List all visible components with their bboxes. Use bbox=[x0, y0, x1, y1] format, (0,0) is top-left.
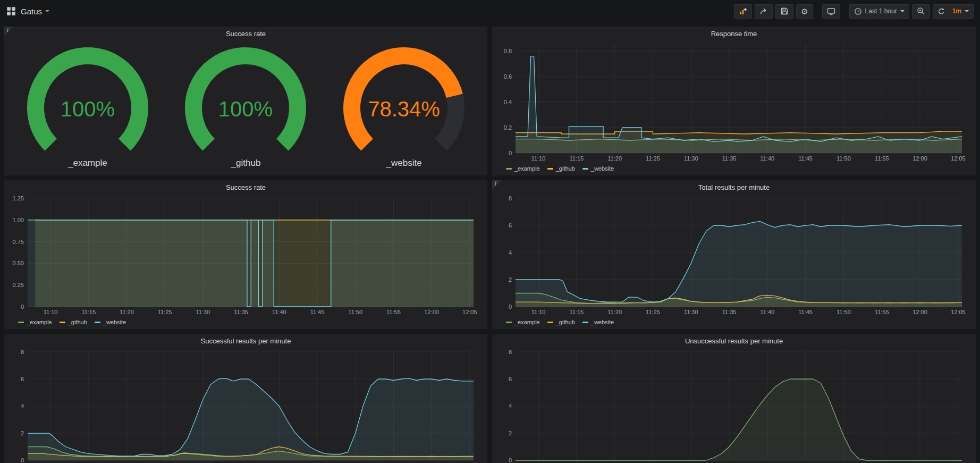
navbar: Gatus ⚙ bbox=[0, 0, 980, 22]
y-axis-label: 0 bbox=[509, 304, 512, 310]
dashboard-title-dropdown[interactable]: Gatus bbox=[21, 7, 49, 16]
panel-title[interactable]: Unsuccessful results per minute bbox=[492, 334, 976, 348]
add-panel-icon bbox=[739, 7, 747, 15]
response-time-chart[interactable]: 11:1011:1511:2011:2511:3011:3511:4011:45… bbox=[496, 40, 971, 164]
x-axis-label: 11:25 bbox=[646, 155, 660, 162]
zoom-out-button[interactable] bbox=[912, 4, 930, 19]
x-axis-label: 11:40 bbox=[272, 309, 286, 315]
gauges-row: 100%_example100%_github78.34%_website bbox=[9, 40, 483, 173]
y-axis-label: 0.50 bbox=[13, 260, 24, 266]
save-button[interactable] bbox=[775, 4, 793, 19]
time-range-label: Last 1 hour bbox=[865, 7, 897, 15]
legend-item-_website[interactable]: _website bbox=[95, 319, 126, 325]
x-axis-label: 11:55 bbox=[875, 309, 889, 315]
gauge-value: 100% bbox=[218, 97, 273, 121]
chart-legend: _example_github_website bbox=[496, 317, 971, 327]
panel-title[interactable]: Success rate bbox=[4, 180, 487, 194]
legend-item-_github[interactable]: _github bbox=[547, 165, 575, 172]
gauge-_example: 100%_example bbox=[11, 45, 165, 169]
legend-label: _example bbox=[27, 319, 52, 325]
navbar-left: Gatus bbox=[6, 6, 49, 16]
legend-item-_example[interactable]: _example bbox=[506, 319, 540, 325]
refresh-button[interactable]: 1m bbox=[933, 4, 974, 19]
x-axis-label: 11:15 bbox=[570, 155, 584, 162]
x-axis-label: 11:20 bbox=[607, 155, 622, 162]
x-axis-label: 12:00 bbox=[913, 155, 927, 162]
clock-icon bbox=[854, 7, 862, 15]
legend-item-_example[interactable]: _example bbox=[506, 165, 540, 172]
y-axis-label: 1.25 bbox=[13, 195, 24, 201]
chevron-down-icon bbox=[900, 10, 905, 12]
legend-swatch bbox=[547, 322, 553, 323]
x-axis-label: 11:55 bbox=[386, 309, 401, 315]
legend-item-_website[interactable]: _website bbox=[582, 319, 614, 325]
dashboard-grid: i Success rate 100%_example100%_github78… bbox=[0, 22, 980, 463]
total-results-chart[interactable]: 11:1011:1511:2011:2511:3011:3511:4011:45… bbox=[496, 194, 971, 317]
dashboards-grid-icon[interactable] bbox=[6, 6, 16, 16]
successful-results-chart[interactable]: 11:1011:1511:2011:2511:3011:3511:4011:45… bbox=[9, 348, 483, 463]
legend-label: _example bbox=[514, 165, 540, 172]
panel-title[interactable]: Success rate bbox=[4, 27, 487, 40]
y-axis-label: 8 bbox=[509, 349, 512, 355]
panel-success-rate-gauges: i Success rate 100%_example100%_github78… bbox=[4, 27, 487, 175]
panel-unsuccessful-results: Unsuccessful results per minute 11:1011:… bbox=[492, 334, 976, 463]
chart-legend: _example_github_website bbox=[9, 317, 483, 327]
legend-swatch bbox=[582, 168, 588, 170]
legend-label: _github bbox=[68, 319, 87, 325]
panel-info-icon[interactable] bbox=[4, 27, 14, 36]
y-axis-label: 8 bbox=[509, 195, 512, 201]
x-axis-label: 11:30 bbox=[684, 309, 698, 315]
x-axis-label: 11:30 bbox=[196, 309, 210, 315]
panel-title[interactable]: Successful results per minute bbox=[4, 334, 487, 348]
chevron-down-icon bbox=[45, 10, 49, 12]
legend-item-_example[interactable]: _example bbox=[18, 319, 52, 325]
panel-title[interactable]: Total results per minute bbox=[492, 180, 976, 194]
dashboard-title: Gatus bbox=[21, 7, 42, 16]
y-axis-label: 4 bbox=[509, 249, 512, 256]
x-axis-label: 11:10 bbox=[44, 309, 58, 315]
x-axis-label: 11:45 bbox=[310, 309, 325, 315]
x-axis-label: 11:30 bbox=[684, 155, 698, 162]
legend-label: _github bbox=[556, 165, 575, 172]
cycle-view-button[interactable] bbox=[822, 4, 840, 19]
x-axis-label: 11:55 bbox=[875, 155, 889, 162]
legend-label: _github bbox=[556, 319, 575, 325]
panel-body: 11:1011:1511:2011:2511:3011:3511:4011:45… bbox=[4, 348, 487, 463]
panel-title[interactable]: Response time bbox=[492, 27, 976, 40]
chart-canvas: 11:1011:1511:2011:2511:3011:3511:4011:45… bbox=[496, 40, 971, 164]
refresh-icon bbox=[937, 7, 945, 15]
x-axis-label: 12:00 bbox=[913, 309, 927, 315]
panel-body: 100%_example100%_github78.34%_website bbox=[4, 40, 487, 175]
x-axis-label: 11:35 bbox=[722, 309, 737, 315]
time-range-button[interactable]: Last 1 hour bbox=[849, 4, 909, 19]
navbar-right: ⚙ Last 1 hour bbox=[734, 4, 974, 19]
chevron-down-icon bbox=[965, 10, 969, 12]
y-axis-label: 0 bbox=[509, 457, 512, 463]
x-axis-label: 12:05 bbox=[462, 309, 477, 315]
legend-label: _website bbox=[591, 319, 614, 325]
y-axis-label: 8 bbox=[21, 349, 24, 355]
x-axis-label: 12:05 bbox=[951, 309, 966, 315]
settings-button[interactable]: ⚙ bbox=[796, 4, 813, 19]
legend-label: _website bbox=[591, 165, 614, 172]
gauge-value: 100% bbox=[61, 97, 115, 121]
y-axis-label: 6 bbox=[509, 222, 512, 229]
panel-total-results: i Total results per minute 11:1011:1511:… bbox=[492, 180, 976, 329]
y-axis-label: 0.2 bbox=[504, 124, 512, 131]
y-axis-label: 2 bbox=[21, 430, 24, 436]
panel-info-icon[interactable] bbox=[492, 180, 502, 190]
share-button[interactable] bbox=[755, 4, 773, 19]
legend-item-_github[interactable]: _github bbox=[60, 319, 87, 325]
y-axis-label: 2 bbox=[509, 276, 512, 283]
gauge-arc: 100% bbox=[168, 45, 323, 160]
x-axis-label: 11:25 bbox=[158, 309, 172, 315]
add-panel-button[interactable] bbox=[734, 4, 752, 19]
legend-item-_website[interactable]: _website bbox=[582, 165, 614, 172]
unsuccessful-results-chart[interactable]: 11:1011:1511:2011:2511:3011:3511:4011:45… bbox=[496, 348, 971, 463]
y-axis-label: 4 bbox=[509, 403, 512, 409]
y-axis-label: 0.4 bbox=[504, 99, 512, 105]
success-rate-chart[interactable]: 11:1011:1511:2011:2511:3011:3511:4011:45… bbox=[9, 194, 483, 317]
gauge-_github: 100%_github bbox=[168, 45, 323, 169]
legend-item-_github[interactable]: _github bbox=[547, 319, 575, 325]
x-axis-label: 11:20 bbox=[607, 309, 622, 315]
